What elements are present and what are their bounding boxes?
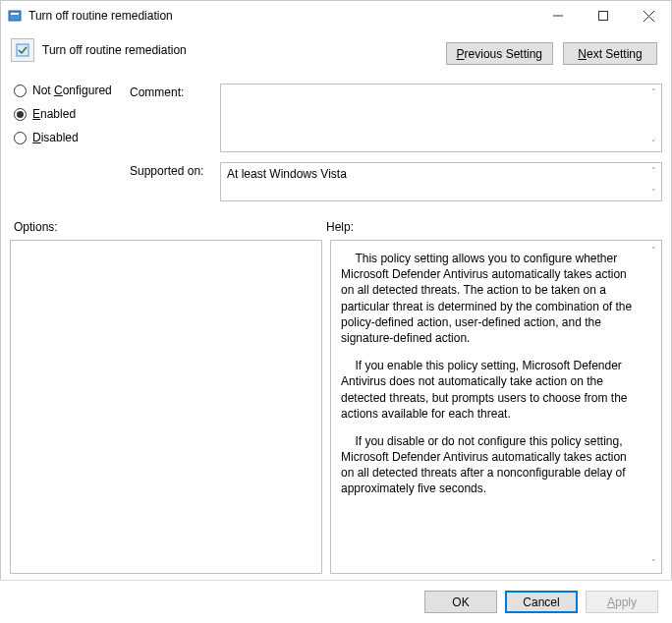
dialog-footer: OK Cancel Apply	[0, 580, 672, 623]
radio-icon	[14, 132, 27, 144]
previous-setting-button[interactable]: Previous Setting	[446, 42, 553, 65]
policy-title: Turn off routine remediation	[42, 43, 187, 57]
scrollbar[interactable]: ˄ ˅	[645, 163, 661, 200]
header-row: Turn off routine remediation Previous Se…	[1, 30, 671, 65]
svg-rect-1	[11, 13, 19, 15]
supported-value: At least Windows Vista	[227, 167, 347, 181]
comment-row: Comment: ˄ ˅	[130, 84, 662, 152]
scroll-up-icon: ˄	[645, 243, 661, 258]
radio-enabled[interactable]: Enabled	[14, 107, 112, 121]
window-title: Turn off routine remediation	[28, 9, 535, 23]
options-label: Options:	[14, 220, 326, 234]
policy-icon	[11, 38, 34, 62]
radio-disabled[interactable]: Disabled	[14, 131, 112, 144]
scroll-down-icon: ˅	[645, 136, 661, 151]
help-label: Help:	[326, 220, 658, 234]
apply-button: Apply	[586, 591, 658, 613]
help-paragraph: If you disable or do not configure this …	[341, 433, 640, 497]
svg-rect-0	[9, 11, 21, 21]
svg-rect-6	[17, 44, 28, 56]
scroll-up-icon: ˄	[645, 163, 661, 179]
header-left: Turn off routine remediation	[11, 38, 436, 62]
radio-icon	[14, 108, 27, 121]
scroll-up-icon: ˄	[645, 85, 661, 100]
radio-not-configured[interactable]: Not Configured	[14, 84, 112, 97]
state-radio-group: Not Configured Enabled Disabled	[14, 84, 112, 144]
options-pane[interactable]	[10, 240, 322, 574]
window-buttons	[535, 1, 671, 30]
help-paragraph: If you enable this policy setting, Micro…	[341, 358, 640, 422]
ok-button[interactable]: OK	[424, 591, 497, 613]
maximize-button[interactable]	[581, 1, 626, 30]
help-pane: This policy setting allows you to config…	[330, 240, 662, 574]
supported-textbox: At least Windows Vista ˄ ˅	[220, 162, 662, 201]
next-label-rest: ext Setting	[587, 47, 643, 61]
comment-textarea[interactable]: ˄ ˅	[220, 84, 662, 152]
supported-label: Supported on:	[130, 162, 210, 178]
comment-label: Comment:	[130, 84, 210, 99]
cancel-button[interactable]: Cancel	[505, 591, 578, 613]
panes: This policy setting allows you to config…	[10, 240, 662, 574]
close-button[interactable]	[626, 1, 671, 30]
section-labels: Options: Help:	[14, 220, 658, 234]
app-icon	[7, 8, 23, 24]
supported-row: Supported on: At least Windows Vista ˄ ˅	[130, 162, 662, 201]
svg-rect-3	[599, 12, 608, 21]
help-paragraph: This policy setting allows you to config…	[341, 251, 640, 346]
titlebar: Turn off routine remediation	[1, 1, 671, 30]
prev-label-rest: revious Setting	[465, 47, 542, 61]
next-setting-button[interactable]: Next Setting	[563, 42, 657, 65]
minimize-button[interactable]	[535, 1, 581, 30]
scroll-down-icon: ˅	[645, 185, 661, 200]
scrollbar[interactable]: ˄ ˅	[645, 85, 661, 151]
scrollbar[interactable]: ˄ ˅	[645, 243, 661, 571]
scroll-down-icon: ˅	[645, 555, 661, 571]
radio-icon	[14, 85, 27, 97]
